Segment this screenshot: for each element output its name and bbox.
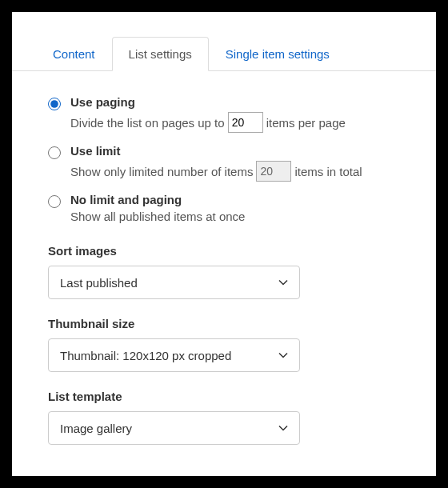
field-label: Thumbnail size (48, 317, 400, 330)
tab-single-item-settings[interactable]: Single item settings (209, 37, 346, 71)
sort-images-field: Sort images Last published (48, 244, 400, 299)
radio-title: Use paging (70, 95, 400, 109)
desc-text: items per page (266, 116, 346, 130)
thumbnail-size-select[interactable]: Thumbnail: 120x120 px cropped (48, 338, 300, 372)
radio-use-limit[interactable] (48, 146, 61, 159)
radio-labels: Use paging Divide the list on pages up t… (70, 95, 400, 133)
paging-items-input[interactable] (228, 112, 263, 133)
desc-text: Show all published items at once (70, 210, 245, 223)
radio-item-use-paging: Use paging Divide the list on pages up t… (48, 95, 400, 133)
select-value: Image gallery (60, 422, 132, 435)
radio-labels: No limit and paging Show all published i… (70, 193, 400, 223)
limit-items-input (256, 161, 291, 182)
field-label: Sort images (48, 244, 400, 258)
radio-desc: Show only limited number of items items … (70, 161, 400, 182)
desc-text: items in total (294, 165, 362, 178)
select-value: Thumbnail: 120x120 px cropped (60, 349, 231, 362)
desc-text: Show only limited number of items (70, 165, 253, 178)
list-template-select[interactable]: Image gallery (48, 411, 300, 445)
thumbnail-size-field: Thumbnail size Thumbnail: 120x120 px cro… (48, 317, 400, 372)
radio-desc: Show all published items at once (70, 210, 400, 223)
field-label: List template (48, 390, 400, 403)
radio-use-paging[interactable] (48, 98, 61, 110)
radio-title: Use limit (70, 144, 400, 158)
tab-list-settings[interactable]: List settings (112, 37, 209, 71)
tab-content-area: Use paging Divide the list on pages up t… (12, 71, 436, 476)
tab-content[interactable]: Content (36, 37, 112, 71)
chevron-down-icon (278, 423, 288, 433)
tabs-bar: Content List settings Single item settin… (12, 12, 436, 71)
sort-images-select[interactable]: Last published (48, 266, 300, 299)
select-value: Last published (60, 276, 138, 290)
radio-desc: Divide the list on pages up to items per… (70, 112, 400, 133)
radio-item-no-limit: No limit and paging Show all published i… (48, 193, 400, 223)
radio-no-limit[interactable] (48, 195, 61, 208)
settings-panel: Content List settings Single item settin… (12, 12, 436, 476)
desc-text: Divide the list on pages up to (70, 116, 225, 130)
paging-radio-group: Use paging Divide the list on pages up t… (48, 95, 400, 223)
radio-title: No limit and paging (70, 193, 400, 206)
chevron-down-icon (278, 278, 288, 287)
radio-labels: Use limit Show only limited number of it… (70, 144, 400, 182)
chevron-down-icon (278, 350, 288, 360)
list-template-field: List template Image gallery (48, 390, 400, 445)
radio-item-use-limit: Use limit Show only limited number of it… (48, 144, 400, 182)
